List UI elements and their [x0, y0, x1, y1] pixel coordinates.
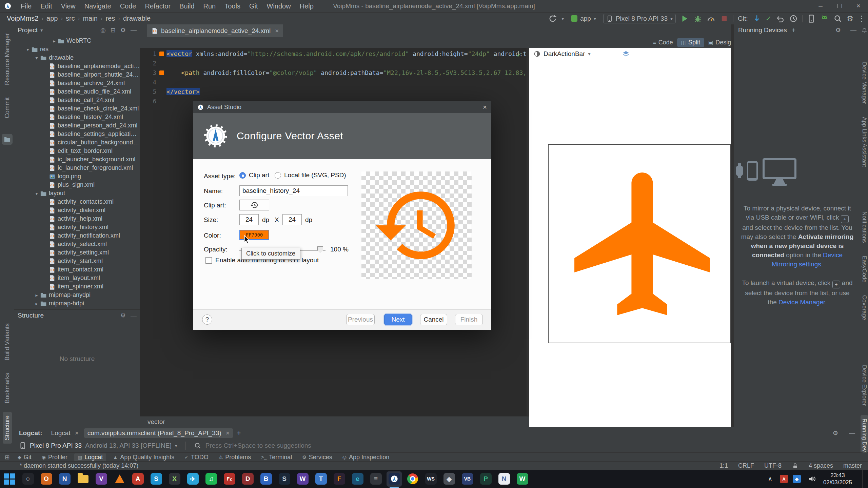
app-icon-25[interactable]: ◆ [441, 471, 457, 487]
git-rollback-button[interactable] [776, 14, 785, 23]
editor-tab[interactable]: baseline_airplanemode_active_24.xml × [147, 24, 283, 37]
webstorm-icon[interactable]: WS [423, 471, 438, 487]
file-encoding[interactable]: UTF-8 [764, 462, 782, 469]
file-explorer-icon[interactable] [75, 471, 91, 487]
settings-button[interactable]: ⚙ [847, 15, 853, 22]
skype-icon[interactable]: S [149, 471, 164, 487]
more-button[interactable]: ⋮ [858, 15, 865, 22]
panel-settings-button[interactable]: ⚙ [833, 429, 838, 437]
locate-file-button[interactable]: ◎ [100, 26, 106, 34]
menu-help[interactable]: Help [295, 0, 318, 12]
design-canvas[interactable] [548, 144, 731, 343]
previous-button[interactable]: Previous [346, 314, 375, 325]
code-line[interactable]: 2 [140, 59, 527, 68]
project-panel-title[interactable]: Project [18, 26, 38, 34]
panel-settings-button[interactable]: ⚙ [120, 26, 126, 34]
tool-stripe-app-links-assistant[interactable]: App Links Assistant [861, 114, 868, 170]
run-configuration-select[interactable]: app ▾ [568, 14, 599, 23]
tray-expand-icon[interactable]: ∧ [768, 475, 772, 483]
virtualbox-icon[interactable]: VB [460, 471, 475, 487]
close-tab-icon[interactable]: × [275, 27, 279, 35]
debug-button[interactable] [693, 14, 702, 23]
menu-navigate[interactable]: Navigate [80, 0, 116, 12]
height-input[interactable] [282, 214, 302, 225]
tray-app-2[interactable]: ◆ [793, 475, 801, 483]
tree-collapsed-arrow-icon[interactable]: ▸ [33, 292, 40, 298]
minimize-button[interactable]: – [811, 0, 830, 12]
tree-item[interactable]: ic_launcher_background.xml [14, 155, 140, 164]
tree-item[interactable]: baseline_archive_24.xml [14, 79, 140, 87]
tree-item[interactable]: ▾res [14, 45, 140, 54]
git-commit-button[interactable]: ✓ [766, 15, 772, 23]
tree-item[interactable]: item_layout.xml [14, 274, 140, 282]
opacity-slider-thumb[interactable] [317, 246, 323, 253]
tool-stripe-easycode[interactable]: EasyCode [861, 252, 868, 286]
git-branch[interactable]: master [843, 462, 862, 469]
tool-window-splitter[interactable] [731, 24, 734, 427]
tree-item[interactable]: baseline_call_24.xml [14, 96, 140, 104]
tree-item[interactable]: activity_contacts.xml [14, 198, 140, 206]
search-everywhere-button[interactable] [833, 14, 842, 23]
next-button[interactable]: Next [384, 314, 412, 325]
menu-window[interactable]: Window [262, 0, 295, 12]
device-manager-button[interactable] [807, 14, 816, 23]
tree-item[interactable]: baseline_settings_applications_24.xml [14, 130, 140, 138]
breadcrumb-main[interactable]: main [83, 15, 97, 22]
finish-button[interactable]: Finish [455, 314, 483, 325]
chevron-down-icon[interactable]: ▾ [175, 443, 177, 448]
logcat-device-name[interactable]: Pixel 8 Pro API 33 [30, 442, 82, 449]
app-icon-10[interactable]: X [167, 471, 182, 487]
tree-item[interactable]: baseline_airplanemode_active_24.xml [14, 62, 140, 70]
breadcrumb-res[interactable]: res [105, 15, 115, 22]
git-history-button[interactable] [789, 14, 798, 23]
profiler-button[interactable] [707, 14, 715, 23]
tool-stripe-commit[interactable]: Commit [3, 94, 12, 122]
tool-stripe-project[interactable] [2, 134, 13, 145]
structure-panel-title[interactable]: Structure [18, 312, 44, 319]
git-update-button[interactable] [752, 14, 761, 23]
show-desktop-button[interactable] [862, 470, 865, 488]
hide-panel-button[interactable]: — [131, 27, 137, 34]
code-line[interactable]: 4 [140, 78, 527, 87]
tree-item[interactable]: baseline_check_circle_24.xml [14, 104, 140, 113]
tree-item[interactable]: baseline_person_add_24.xml [14, 121, 140, 130]
menu-refactor[interactable]: Refactor [140, 0, 175, 12]
tree-item[interactable]: activity_help.xml [14, 215, 140, 223]
code-line[interactable]: 3 <path android:fillColor="@color/voip" … [140, 68, 527, 78]
notepad-icon[interactable]: N [496, 471, 512, 487]
toolwindow-button-git[interactable]: ◆Git [14, 453, 35, 461]
tree-item[interactable]: ▸mipmap-hdpi [14, 299, 140, 308]
tool-stripe-structure[interactable]: Structure [3, 412, 12, 444]
taskbar-clock[interactable]: 23:43 02/03/2025 [823, 472, 852, 486]
clip-art-picker-button[interactable] [239, 200, 269, 210]
tree-item[interactable]: baseline_audio_file_24.xml [14, 87, 140, 96]
tool-stripe-device-manager[interactable]: Device Manager [861, 59, 868, 107]
tool-stripe-notifications[interactable]: Notifications [861, 208, 868, 246]
tree-collapsed-arrow-icon[interactable]: ▸ [51, 38, 58, 44]
tree-item[interactable]: ic_launcher_foreground.xml [14, 164, 140, 172]
editor-breadcrumb[interactable]: vector [147, 418, 165, 426]
add-device-button[interactable]: + [792, 26, 796, 34]
app-icon-27[interactable]: P [478, 471, 493, 487]
color-preview-icon[interactable] [159, 52, 164, 56]
tree-item[interactable]: item_contact.xml [14, 265, 140, 274]
tree-item[interactable]: ▸mipmap-anydpi [14, 291, 140, 299]
tree-item[interactable]: activity_history.xml [14, 223, 140, 231]
close-tab-icon[interactable]: × [226, 429, 230, 437]
breadcrumb-app[interactable]: app [46, 15, 58, 22]
name-input[interactable] [239, 185, 348, 196]
tree-item[interactable]: baseline_history_24.xml [14, 113, 140, 121]
local-file-radio[interactable]: Local file (SVG, PSD) [275, 171, 346, 179]
app-icon-3[interactable]: O [39, 471, 54, 487]
tool-stripe-build-variants[interactable]: Build Variants [3, 320, 12, 364]
tree-item[interactable]: item_spinner.xml [14, 282, 140, 291]
search-app-icon[interactable]: ○ [20, 471, 36, 487]
android-studio-icon[interactable] [387, 471, 402, 487]
tray-app-1[interactable]: A [780, 475, 788, 483]
add-logcat-tab-button[interactable]: + [237, 429, 241, 437]
vlc-icon[interactable] [112, 471, 127, 487]
logcat-search-input[interactable] [205, 442, 443, 450]
panel-settings-button[interactable]: ⚙ [835, 26, 841, 34]
filezilla-icon[interactable]: Fz [222, 471, 237, 487]
layers-icon[interactable] [622, 50, 630, 58]
